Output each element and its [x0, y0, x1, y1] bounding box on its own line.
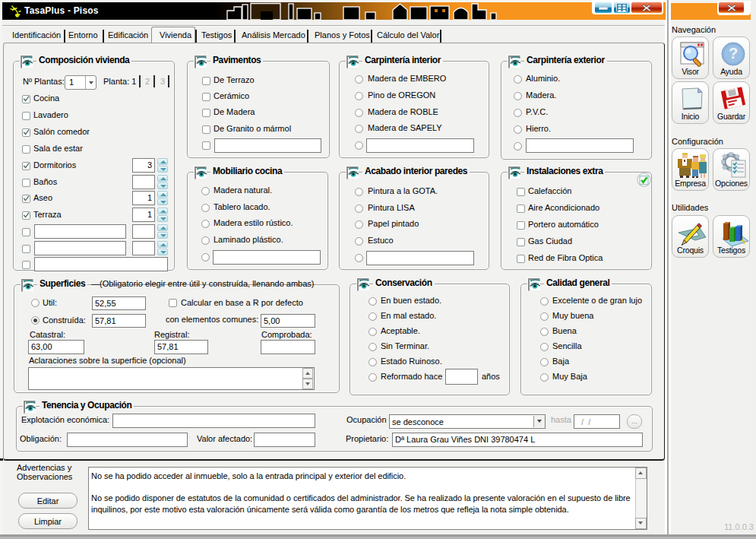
svg-text:?: ? [729, 45, 738, 62]
